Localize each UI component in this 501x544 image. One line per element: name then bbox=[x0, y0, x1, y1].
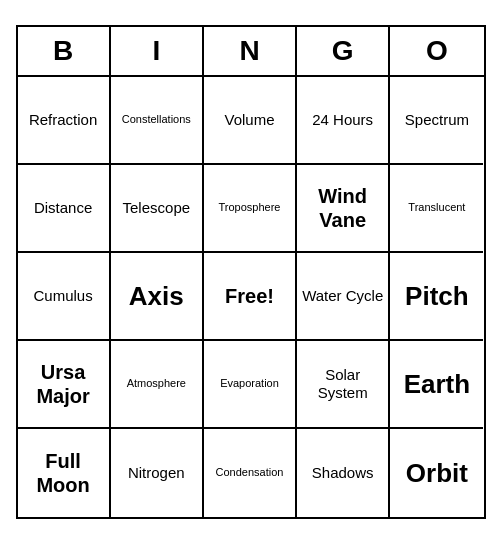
cell-text: Nitrogen bbox=[128, 464, 185, 482]
bingo-cell[interactable]: Axis bbox=[111, 253, 204, 341]
cell-text: Evaporation bbox=[220, 377, 279, 390]
cell-text: Atmosphere bbox=[127, 377, 186, 390]
cell-text: Axis bbox=[129, 282, 184, 311]
bingo-cell[interactable]: Ursa Major bbox=[18, 341, 111, 429]
header-letter: I bbox=[111, 27, 204, 75]
header-letter: O bbox=[390, 27, 483, 75]
cell-text: Wind Vane bbox=[301, 184, 384, 232]
cell-text: Spectrum bbox=[405, 111, 469, 129]
header-letter: G bbox=[297, 27, 390, 75]
bingo-cell[interactable]: Solar System bbox=[297, 341, 390, 429]
cell-text: Translucent bbox=[408, 201, 465, 214]
bingo-cell[interactable]: Cumulus bbox=[18, 253, 111, 341]
cell-text: Free! bbox=[225, 284, 274, 308]
cell-text: Earth bbox=[404, 370, 470, 399]
cell-text: Condensation bbox=[216, 466, 284, 479]
cell-text: Telescope bbox=[123, 199, 191, 217]
cell-text: Cumulus bbox=[34, 287, 93, 305]
bingo-cell[interactable]: Troposphere bbox=[204, 165, 297, 253]
bingo-cell[interactable]: Full Moon bbox=[18, 429, 111, 517]
cell-text: Volume bbox=[224, 111, 274, 129]
bingo-cell[interactable]: Refraction bbox=[18, 77, 111, 165]
header-letter: N bbox=[204, 27, 297, 75]
cell-text: Pitch bbox=[405, 282, 469, 311]
cell-text: Constellations bbox=[122, 113, 191, 126]
bingo-cell[interactable]: Pitch bbox=[390, 253, 483, 341]
bingo-cell[interactable]: 24 Hours bbox=[297, 77, 390, 165]
bingo-grid: RefractionConstellationsVolume24 HoursSp… bbox=[18, 77, 484, 517]
bingo-cell[interactable]: Shadows bbox=[297, 429, 390, 517]
cell-text: Troposphere bbox=[219, 201, 281, 214]
bingo-cell[interactable]: Orbit bbox=[390, 429, 483, 517]
bingo-cell[interactable]: Wind Vane bbox=[297, 165, 390, 253]
cell-text: Water Cycle bbox=[302, 287, 383, 305]
bingo-card: BINGO RefractionConstellationsVolume24 H… bbox=[16, 25, 486, 519]
bingo-cell[interactable]: Water Cycle bbox=[297, 253, 390, 341]
bingo-cell[interactable]: Volume bbox=[204, 77, 297, 165]
cell-text: Refraction bbox=[29, 111, 97, 129]
bingo-header: BINGO bbox=[18, 27, 484, 77]
cell-text: Ursa Major bbox=[22, 360, 105, 408]
cell-text: Orbit bbox=[406, 459, 468, 488]
cell-text: 24 Hours bbox=[312, 111, 373, 129]
cell-text: Distance bbox=[34, 199, 92, 217]
header-letter: B bbox=[18, 27, 111, 75]
cell-text: Full Moon bbox=[22, 449, 105, 497]
bingo-cell[interactable]: Earth bbox=[390, 341, 483, 429]
bingo-cell[interactable]: Distance bbox=[18, 165, 111, 253]
bingo-cell[interactable]: Atmosphere bbox=[111, 341, 204, 429]
bingo-cell[interactable]: Evaporation bbox=[204, 341, 297, 429]
cell-text: Shadows bbox=[312, 464, 374, 482]
bingo-cell[interactable]: Constellations bbox=[111, 77, 204, 165]
bingo-cell[interactable]: Free! bbox=[204, 253, 297, 341]
bingo-cell[interactable]: Spectrum bbox=[390, 77, 483, 165]
bingo-cell[interactable]: Condensation bbox=[204, 429, 297, 517]
bingo-cell[interactable]: Telescope bbox=[111, 165, 204, 253]
bingo-cell[interactable]: Nitrogen bbox=[111, 429, 204, 517]
bingo-cell[interactable]: Translucent bbox=[390, 165, 483, 253]
cell-text: Solar System bbox=[301, 366, 384, 402]
